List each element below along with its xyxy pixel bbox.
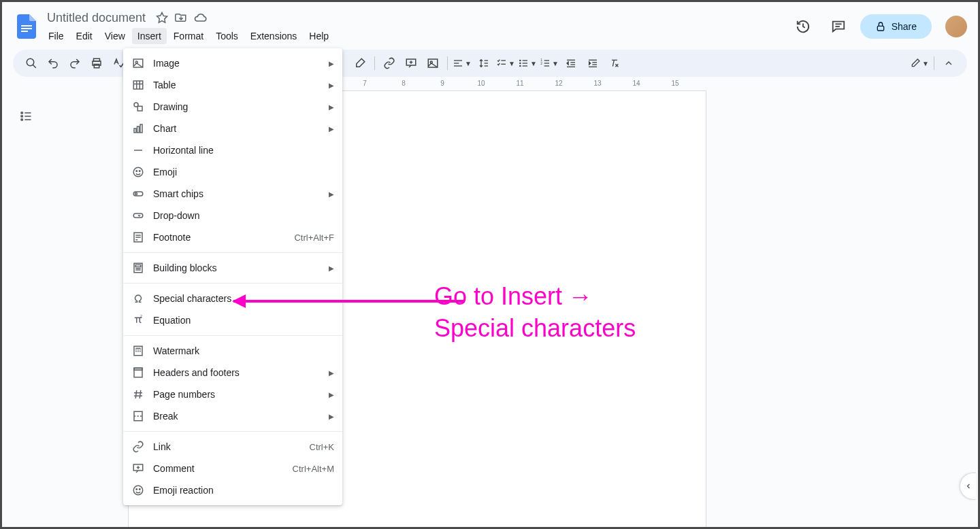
svg-point-68 — [135, 193, 137, 195]
menu-item-smart-chips[interactable]: Smart chips▶ — [123, 183, 342, 205]
svg-point-65 — [136, 171, 137, 172]
svg-rect-2 — [21, 31, 28, 32]
menu-view[interactable]: View — [99, 28, 131, 44]
collapse-toolbar-icon[interactable] — [938, 53, 959, 73]
insert-dropdown-menu: Image▶Table▶Drawing▶Chart▶Horizontal lin… — [123, 48, 342, 505]
separator — [447, 56, 448, 70]
menu-format[interactable]: Format — [168, 28, 209, 44]
menu-item-label: Image — [153, 58, 329, 69]
redo-icon[interactable] — [65, 53, 85, 73]
menu-item-equation[interactable]: 2Equation — [123, 309, 342, 331]
svg-point-47 — [21, 116, 23, 118]
ruler-tick: 13 — [593, 80, 601, 87]
vertical-ruler[interactable] — [39, 90, 50, 527]
insert-link-icon[interactable] — [379, 53, 399, 73]
menu-item-building-blocks[interactable]: Building blocks▶ — [123, 257, 342, 279]
print-icon[interactable] — [86, 53, 107, 73]
chart-icon — [131, 122, 145, 135]
menu-insert[interactable]: Insert — [132, 28, 167, 44]
menubar: File Edit View Insert Format Tools Exten… — [43, 28, 789, 44]
menu-item-drawing[interactable]: Drawing▶ — [123, 96, 342, 118]
avatar[interactable] — [945, 16, 967, 37]
menu-extensions[interactable]: Extensions — [245, 28, 302, 44]
indent-decrease-icon[interactable] — [561, 53, 581, 73]
menu-item-watermark[interactable]: Watermark — [123, 340, 342, 362]
menu-shortcut: Ctrl+K — [310, 442, 334, 452]
outline-toggle[interactable] — [13, 90, 39, 527]
svg-point-6 — [27, 58, 34, 66]
ruler-tick: 7 — [363, 80, 367, 87]
checklist-dropdown[interactable]: ▼ — [495, 53, 516, 73]
ruler-tick: 12 — [555, 80, 562, 87]
search-icon[interactable] — [21, 53, 42, 73]
menu-file[interactable]: File — [43, 28, 69, 44]
menu-item-horizontal-line[interactable]: Horizontal line — [123, 139, 342, 161]
submenu-arrow-icon: ▶ — [329, 413, 334, 420]
menu-separator — [123, 431, 342, 432]
menu-item-table[interactable]: Table▶ — [123, 74, 342, 96]
svg-text:2: 2 — [540, 62, 542, 65]
menu-separator — [123, 283, 342, 284]
highlight-icon[interactable] — [350, 53, 370, 73]
menu-item-label: Comment — [153, 463, 293, 474]
submenu-arrow-icon: ▶ — [329, 82, 334, 89]
share-button[interactable]: Share — [860, 14, 932, 39]
clear-formatting-icon[interactable] — [604, 53, 625, 73]
menu-item-link[interactable]: LinkCtrl+K — [123, 436, 342, 458]
star-icon[interactable] — [155, 11, 169, 24]
hr-icon — [131, 143, 145, 157]
svg-point-48 — [21, 119, 23, 121]
chevron-down-icon: ▼ — [508, 60, 515, 67]
menu-item-label: Chart — [153, 123, 329, 134]
line-spacing-dropdown[interactable] — [474, 53, 494, 73]
document-title[interactable]: Untitled document — [43, 10, 150, 27]
svg-rect-60 — [134, 129, 136, 133]
menu-item-image[interactable]: Image▶ — [123, 52, 342, 74]
menu-item-comment[interactable]: CommentCtrl+Alt+M — [123, 458, 342, 479]
indent-increase-icon[interactable] — [583, 53, 603, 73]
bulleted-list-dropdown[interactable]: ▼ — [517, 53, 538, 73]
menu-help[interactable]: Help — [304, 28, 334, 44]
menu-edit[interactable]: Edit — [71, 28, 98, 44]
menu-item-emoji-reaction[interactable]: Emoji reaction — [123, 479, 342, 501]
outline-icon — [19, 109, 33, 123]
footnote-icon — [131, 231, 145, 244]
menu-item-emoji[interactable]: Emoji — [123, 161, 342, 183]
numbered-list-dropdown[interactable]: 12▼ — [539, 53, 559, 73]
svg-rect-84 — [134, 368, 142, 370]
drawing-icon — [131, 100, 145, 114]
menu-item-label: Equation — [153, 315, 334, 326]
ruler-tick: 9 — [440, 80, 444, 87]
undo-icon[interactable] — [43, 53, 63, 73]
menu-item-headers-and-footers[interactable]: Headers and footers▶ — [123, 362, 342, 383]
svg-point-66 — [140, 171, 141, 172]
menu-item-footnote[interactable]: FootnoteCtrl+Alt+F — [123, 226, 342, 248]
menu-item-label: Building blocks — [153, 262, 329, 273]
editing-mode-dropdown[interactable]: ▼ — [909, 53, 930, 73]
svg-rect-54 — [133, 81, 143, 89]
cloud-status-icon[interactable] — [193, 11, 207, 24]
menu-item-break[interactable]: Break▶ — [123, 405, 342, 427]
menu-item-label: Break — [153, 411, 329, 422]
menu-item-drop-down[interactable]: Drop-down — [123, 205, 342, 226]
menu-tools[interactable]: Tools — [210, 28, 244, 44]
omega-icon — [131, 292, 145, 305]
menu-item-special-characters[interactable]: Special characters — [123, 288, 342, 309]
menu-item-page-numbers[interactable]: Page numbers▶ — [123, 383, 342, 405]
history-icon[interactable] — [789, 13, 817, 40]
submenu-arrow-icon: ▶ — [329, 264, 334, 272]
svg-point-64 — [133, 167, 143, 177]
menu-item-label: Page numbers — [153, 389, 329, 400]
align-dropdown[interactable]: ▼ — [452, 53, 472, 73]
comments-icon[interactable] — [825, 13, 852, 40]
menu-item-chart[interactable]: Chart▶ — [123, 118, 342, 139]
insert-image-icon[interactable] — [423, 53, 443, 73]
svg-rect-75 — [135, 265, 141, 267]
submenu-arrow-icon: ▶ — [329, 391, 334, 398]
move-icon[interactable] — [174, 11, 188, 24]
link-icon — [131, 440, 145, 454]
docs-logo[interactable] — [13, 13, 40, 40]
svg-rect-0 — [21, 25, 32, 27]
submenu-arrow-icon: ▶ — [329, 369, 334, 377]
add-comment-icon[interactable] — [401, 53, 421, 73]
